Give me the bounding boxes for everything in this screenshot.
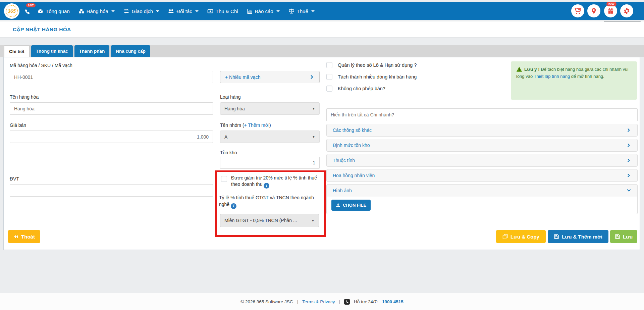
price-input[interactable] — [10, 131, 213, 143]
save-icon — [615, 234, 620, 239]
group-select[interactable]: A▼ — [220, 131, 320, 143]
support-phone-number[interactable]: 1900 4515 — [382, 299, 404, 304]
gauge-icon — [38, 8, 43, 14]
accordion-thuoc-tinh[interactable]: Thuộc tính — [326, 154, 638, 167]
gift-icon[interactable]: new — [604, 4, 617, 17]
menu-item-label: Thu & Chi — [216, 8, 238, 14]
map-marker-icon[interactable] — [587, 4, 600, 17]
info-icon[interactable]: i — [231, 203, 236, 209]
gear-icon[interactable] — [620, 4, 633, 17]
product-name-input[interactable] — [10, 102, 213, 115]
menu-item-label: Đối tác — [176, 8, 192, 14]
accordion-label: Hình ảnh — [333, 188, 352, 193]
chevron-down-icon — [111, 10, 115, 12]
tax-rate-label: Tỷ lệ % tính thuế GTGT và TNCN theo ngàn… — [219, 194, 318, 209]
add-group-link[interactable]: + Thêm mới — [244, 122, 269, 128]
group-label-prefix: Tên nhóm ( — [220, 122, 244, 128]
tax-reduction-text: Được giảm trừ 20% mức tỉ lệ % tính thuế … — [231, 175, 317, 187]
chevron-down-icon — [195, 10, 199, 12]
menu-item-thu-chi[interactable]: Thu & Chi — [207, 8, 238, 14]
chart-icon — [247, 8, 253, 14]
back-icon — [13, 234, 18, 239]
tab-nha-cung-cap[interactable]: Nhà cung cấp — [111, 45, 150, 57]
save-and-new-button[interactable]: Lưu & Thêm mới — [548, 230, 608, 243]
group-select-value: A — [224, 134, 227, 140]
branch-visibility-input[interactable] — [326, 108, 638, 121]
save-and-new-label: Lưu & Thêm mới — [562, 234, 602, 240]
page-footer: © 2026 365 Software JSC | Terms & Privac… — [0, 293, 644, 310]
chevron-right-icon — [310, 74, 315, 80]
menu-item-thue[interactable]: Thuế — [288, 8, 315, 14]
exit-button[interactable]: Thoát — [8, 230, 40, 243]
feature-settings-link[interactable]: Thiết lập tính năng — [534, 74, 570, 79]
menu-item-hang-hoa[interactable]: Hàng hóa — [78, 8, 115, 14]
caret-down-icon: ▼ — [312, 135, 315, 139]
tax-rate-select[interactable]: Miễn GTGT - 0,5% TNCN (Phân ...▼ — [220, 214, 319, 227]
tab-label: Nhà cung cấp — [116, 49, 146, 54]
accordion-label: Định mức tồn kho — [333, 143, 370, 148]
chevron-right-icon — [627, 128, 631, 133]
save-and-copy-button[interactable]: Lưu & Copy — [496, 230, 546, 243]
copyright-text: © 2026 365 Software JSC — [240, 299, 293, 304]
menu-item-label: Hàng hóa — [87, 8, 108, 14]
accordion-hoa-hong-nhan-vien[interactable]: Hoa hồng nhân viên — [326, 169, 638, 182]
cart-plus-icon[interactable] — [571, 4, 584, 17]
menu-item-doi-tac[interactable]: Đối tác — [168, 8, 199, 14]
lot-expiry-checkbox[interactable] — [326, 62, 332, 68]
sku-input[interactable] — [10, 71, 213, 83]
accordion-label: Thuộc tính — [333, 158, 355, 163]
accordion-cac-thong-so-khac[interactable]: Các thông số khác — [326, 124, 638, 137]
footer-separator: | — [297, 299, 299, 304]
menu-item-bao-cao[interactable]: Báo cáo — [247, 8, 280, 14]
accordion-hinh-anh[interactable]: Hình ảnh — [326, 184, 638, 197]
split-lines-checkbox[interactable] — [326, 74, 332, 80]
page-title: CẬP NHẬT HÀNG HÓA — [13, 27, 71, 33]
choose-file-label: CHỌN FILE — [343, 203, 366, 208]
menu-item-giao-dich[interactable]: Giao dịch — [123, 8, 159, 14]
terms-privacy-link[interactable]: Terms & Privacy — [302, 299, 335, 304]
no-sale-checkbox[interactable] — [326, 86, 332, 92]
tab-chi-tiet[interactable]: Chi tiết — [4, 45, 30, 57]
accordion-label: Các thông số khác — [333, 127, 372, 133]
app-logo[interactable]: 365 — [4, 3, 19, 19]
sku-label: Mã hàng hóa / SKU / Mã vạch — [10, 63, 72, 68]
users-icon — [168, 8, 174, 14]
exit-label: Thoát — [21, 234, 35, 240]
multi-barcode-button[interactable]: + Nhiều mã vạch — [220, 71, 320, 83]
chevron-right-icon — [627, 173, 631, 178]
tab-label: Chi tiết — [9, 49, 24, 54]
footer-separator: | — [339, 299, 340, 304]
type-select[interactable]: Hàng hóa▼ — [220, 102, 320, 115]
menu-item-tong-quan[interactable]: Tổng quan — [38, 8, 70, 14]
main-menu: Tổng quan Hàng hóa Giao dịch Đối tác Thu… — [38, 2, 315, 20]
info-icon[interactable]: i — [264, 183, 269, 189]
money-icon — [207, 8, 213, 14]
branch-notice: Lưu ý ! Để tách biệt hàng hóa giữa các c… — [511, 61, 637, 100]
notice-text-2: để mở tính năng. — [570, 74, 604, 79]
tax-reduction-checkbox[interactable] — [221, 176, 227, 182]
product-name-label: Tên hàng hóa — [10, 94, 39, 100]
unit-input[interactable] — [10, 184, 213, 197]
save-button[interactable]: Lưu — [610, 230, 637, 243]
save-and-copy-label: Lưu & Copy — [511, 234, 539, 240]
unit-label: ĐVT — [10, 176, 19, 182]
tab-strip: Chi tiết Thông tin khác Thành phần Nhà c… — [0, 45, 644, 57]
lot-expiry-label: Quản lý theo số Lô & Hạn sử dụng ? — [338, 62, 417, 68]
no-sale-label: Không cho phép bán? — [338, 86, 385, 91]
menu-item-label: Giao dịch — [132, 8, 153, 14]
caret-down-icon: ▼ — [312, 107, 315, 110]
accordion-dinh-muc-ton-kho[interactable]: Định mức tồn kho — [326, 139, 638, 152]
choose-file-button[interactable]: CHỌN FILE — [331, 200, 371, 211]
group-label: Tên nhóm (+ Thêm mới) — [220, 122, 271, 128]
menu-item-label: Tổng quan — [46, 8, 70, 14]
save-label: Lưu — [623, 234, 633, 240]
warning-icon — [516, 66, 522, 72]
phone-icon[interactable] — [24, 9, 31, 16]
image-upload-section: CHỌN FILE — [326, 197, 638, 214]
stock-input[interactable] — [220, 157, 320, 169]
chevron-right-icon — [627, 143, 631, 148]
logo-text: 365 — [8, 8, 15, 14]
tab-thong-tin-khac[interactable]: Thông tin khác — [31, 45, 73, 57]
type-label: Loại hàng — [220, 94, 241, 100]
tab-thanh-phan[interactable]: Thành phần — [74, 45, 110, 57]
